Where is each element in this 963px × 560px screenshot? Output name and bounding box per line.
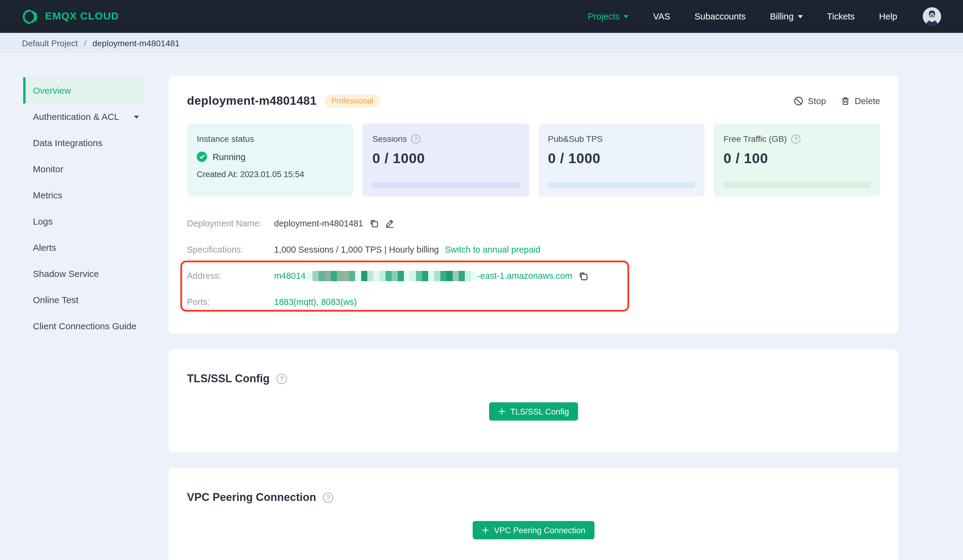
nav-subaccounts[interactable]: Subaccounts xyxy=(695,11,746,21)
chevron-down-icon xyxy=(798,15,803,21)
copy-icon[interactable] xyxy=(578,270,589,281)
vpc-peering-card: VPC Peering Connection ? VPC Peering Con… xyxy=(169,468,898,560)
breadcrumb-deployment: deployment-m4801481 xyxy=(92,38,179,48)
sessions-progress-bar xyxy=(373,182,520,188)
sessions-value: 0 / 1000 xyxy=(373,151,520,167)
emqx-cloud-app: EMQX CLOUD Projects VAS Subaccounts Bill… xyxy=(0,0,963,560)
plan-badge: Professional xyxy=(325,94,380,107)
instance-status-card: Instance status Running Created At: 2023… xyxy=(187,123,353,197)
main-content: deployment-m4801481 Professional Stop xyxy=(169,76,898,560)
sessions-card: Sessions ? 0 / 1000 xyxy=(363,123,529,197)
emqx-logo-icon xyxy=(22,8,38,25)
user-avatar[interactable] xyxy=(923,7,941,26)
sidebar-item-data-integrations[interactable]: Data Integrations xyxy=(23,129,144,156)
address-redacted xyxy=(306,270,477,281)
breadcrumb-project[interactable]: Default Project xyxy=(22,38,78,48)
add-vpc-peering-button[interactable]: VPC Peering Connection xyxy=(473,521,595,539)
nav-projects[interactable]: Projects xyxy=(588,11,629,21)
tps-progress-bar xyxy=(548,182,695,188)
breadcrumb: Default Project / deployment-m4801481 xyxy=(0,33,963,53)
pubsub-tps-card: Pub&Sub TPS 0 / 1000 xyxy=(538,123,705,197)
tls-ssl-card: TLS/SSL Config ? TLS/SSL Config xyxy=(169,350,898,452)
brand-name: EMQX CLOUD xyxy=(45,10,119,23)
delete-button[interactable]: Delete xyxy=(841,96,880,105)
nav-help[interactable]: Help xyxy=(879,11,897,21)
nav-tickets[interactable]: Tickets xyxy=(827,11,855,21)
nav-billing[interactable]: Billing xyxy=(770,11,802,21)
nav-vas[interactable]: VAS xyxy=(653,11,670,21)
trash-icon xyxy=(841,96,850,105)
sidebar-item-shadow-service[interactable]: Shadow Service xyxy=(23,261,144,287)
created-at: Created At: 2023.01.05 15:54 xyxy=(197,170,344,179)
nav-menu: Projects VAS Subaccounts Billing Tickets… xyxy=(588,7,941,26)
switch-annual-prepaid-link[interactable]: Switch to annual prepaid xyxy=(445,245,540,254)
top-navbar: EMQX CLOUD Projects VAS Subaccounts Bill… xyxy=(0,0,963,33)
address-value: m48014-east-1.amazonaws.com xyxy=(274,270,572,281)
traffic-progress-bar xyxy=(724,182,871,188)
check-circle-icon xyxy=(197,152,207,162)
add-tls-ssl-config-button[interactable]: TLS/SSL Config xyxy=(489,402,578,421)
tls-ssl-title: TLS/SSL Config xyxy=(187,372,269,385)
deployment-name-value: deployment-m4801481 xyxy=(274,218,363,228)
ports-label: Ports: xyxy=(187,297,274,307)
sidebar-item-monitor[interactable]: Monitor xyxy=(23,156,144,182)
specifications-value: 1,000 Sessions / 1,000 TPS | Hourly bill… xyxy=(274,245,439,254)
chevron-down-icon xyxy=(624,15,629,21)
help-icon[interactable]: ? xyxy=(276,374,287,384)
sidebar-item-overview[interactable]: Overview xyxy=(23,77,144,104)
copy-icon[interactable] xyxy=(370,218,379,228)
address-label: Address: xyxy=(187,271,274,281)
help-icon[interactable]: ? xyxy=(791,134,800,143)
sidebar-item-online-test[interactable]: Online Test xyxy=(23,287,144,313)
plus-icon xyxy=(482,526,489,534)
stop-button[interactable]: Stop xyxy=(794,96,826,105)
specifications-label: Specifications: xyxy=(187,245,274,254)
deployment-name-label: Deployment Name: xyxy=(187,218,274,228)
sidebar-item-client-connections-guide[interactable]: Client Connections Guide xyxy=(23,313,144,339)
chevron-down-icon xyxy=(134,115,139,121)
help-icon[interactable]: ? xyxy=(323,492,333,503)
free-traffic-card: Free Traffic (GB) ? 0 / 100 xyxy=(714,123,880,197)
status-text: Running xyxy=(212,152,245,162)
vpc-peering-title: VPC Peering Connection xyxy=(187,491,316,504)
sidebar-item-metrics[interactable]: Metrics xyxy=(23,182,144,208)
tps-value: 0 / 1000 xyxy=(548,151,695,167)
edit-pencil-icon[interactable] xyxy=(385,218,395,228)
traffic-value: 0 / 100 xyxy=(724,151,871,167)
breadcrumb-separator: / xyxy=(84,38,86,48)
plus-icon xyxy=(498,408,506,415)
sidebar-item-logs[interactable]: Logs xyxy=(23,208,144,234)
deployment-title: deployment-m4801481 xyxy=(187,94,317,108)
help-icon[interactable]: ? xyxy=(411,134,420,143)
brand-logo[interactable]: EMQX CLOUD xyxy=(22,8,119,25)
sidebar-item-alerts[interactable]: Alerts xyxy=(23,234,144,261)
stop-icon xyxy=(794,96,803,105)
sidebar-item-authentication-acl[interactable]: Authentication & ACL xyxy=(23,104,144,129)
ports-value: 1883(mqtt), 8083(ws) xyxy=(274,297,357,307)
deployment-overview-card: deployment-m4801481 Professional Stop xyxy=(169,76,898,333)
sidebar: Overview Authentication & ACL Data Integ… xyxy=(0,53,169,339)
